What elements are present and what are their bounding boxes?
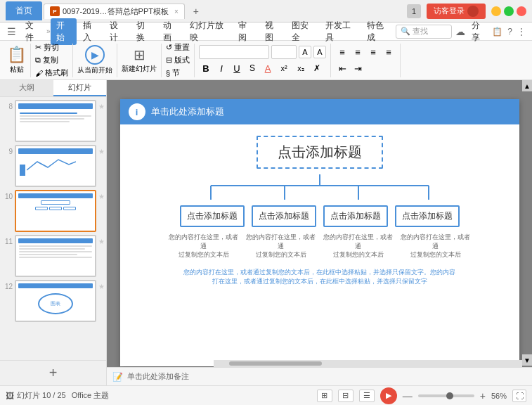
- bookmark-8[interactable]: ★: [98, 100, 105, 110]
- slides-list: 8 ★ 9: [0, 97, 106, 360]
- slide-thumb-10[interactable]: [15, 190, 96, 232]
- font-color-button[interactable]: A: [261, 61, 275, 75]
- zoom-minus-button[interactable]: —: [403, 390, 413, 401]
- scroll-up-button[interactable]: ▲: [522, 80, 532, 91]
- search-box[interactable]: 🔍 查找: [396, 25, 452, 39]
- new-slide-label[interactable]: 新建幻灯片: [122, 64, 157, 74]
- strikethrough-button[interactable]: S: [245, 61, 259, 75]
- section-button[interactable]: § 节: [166, 68, 190, 78]
- maximize-button[interactable]: [504, 6, 514, 16]
- align-left-button[interactable]: ≡: [335, 45, 349, 59]
- zoom-plus-button[interactable]: +: [480, 390, 486, 401]
- tab-insert[interactable]: 插入: [77, 18, 103, 45]
- layout-group: ↺ 重置 ⊟ 版式 § 节: [162, 44, 195, 77]
- tab-design[interactable]: 设计: [104, 18, 130, 45]
- tab-outline[interactable]: 大纲: [0, 80, 53, 96]
- horizontal-scrollbar[interactable]: [214, 360, 522, 367]
- font-name-input[interactable]: [199, 45, 269, 59]
- tab-kaishi[interactable]: 开始: [51, 18, 77, 45]
- slide-header-text: 单击此处添加标题: [151, 105, 224, 118]
- org-box-3[interactable]: 点击添加标题: [323, 205, 388, 227]
- help-icon[interactable]: ?: [505, 27, 514, 37]
- main-title-box[interactable]: 点击添加标题: [257, 136, 383, 169]
- tab-security[interactable]: 图安全: [286, 18, 319, 45]
- superscript-button[interactable]: x²: [276, 61, 292, 75]
- slide-notes-bar[interactable]: 📝 单击此处添加备注: [107, 367, 532, 385]
- bookmark-11[interactable]: ★: [98, 235, 105, 245]
- bold-button[interactable]: B: [199, 61, 213, 75]
- menu-icon[interactable]: ☰: [4, 26, 19, 37]
- add-slide-button[interactable]: +: [0, 360, 106, 385]
- slide-thumb-8[interactable]: [15, 100, 96, 142]
- align-right-button[interactable]: ≡: [366, 45, 380, 59]
- zoom-thumb[interactable]: [446, 392, 453, 399]
- close-button[interactable]: [517, 6, 526, 16]
- tab-slideshow[interactable]: 幻灯片放映: [184, 18, 232, 45]
- bookmark-9[interactable]: ★: [98, 145, 105, 155]
- zoom-slider[interactable]: [418, 394, 474, 397]
- copy-icon[interactable]: 📋: [490, 27, 505, 37]
- tab-special[interactable]: 特色成: [361, 18, 394, 45]
- bookmark-10[interactable]: ★: [98, 190, 105, 200]
- share-label[interactable]: 分享: [469, 20, 489, 44]
- align-center-button[interactable]: ≡: [351, 45, 365, 59]
- cut-button[interactable]: ✂ 剪切: [35, 42, 68, 53]
- org-box-1[interactable]: 点击添加标题: [180, 205, 245, 227]
- view-normal-button[interactable]: ⊞: [317, 390, 332, 402]
- slide-bottom-text[interactable]: 您的内容打在这里，或者通过复制您的文本后，在此框中选择粘贴，并选择只保留文字。您…: [169, 268, 469, 287]
- slide-item-11[interactable]: 11 ★: [1, 235, 105, 277]
- paste-group: 📋 粘贴: [3, 44, 31, 77]
- add-tab-button[interactable]: +: [188, 4, 205, 19]
- slide-item-12[interactable]: 12 图表 ★: [1, 280, 105, 322]
- view-grid-button[interactable]: ⊟: [338, 390, 353, 402]
- bookmark-12[interactable]: ★: [98, 280, 105, 290]
- slide-item-9[interactable]: 9 ★: [1, 145, 105, 187]
- slide-body: 点击添加标题 点击添加标题 点击添加标题 点击添加标题 点击添加标题: [120, 124, 519, 298]
- minimize-button[interactable]: [491, 6, 501, 16]
- clear-format-button[interactable]: ✗: [310, 61, 324, 75]
- tab-view[interactable]: 视图: [259, 18, 285, 45]
- sub-text-1: 您的内容打在这里，或者通过复制您的文本后: [169, 233, 239, 259]
- tab-file[interactable]: P 0097-2019…答辩总结PPT模板 ×: [44, 4, 185, 19]
- tab-slides[interactable]: 幻灯片: [53, 80, 107, 96]
- slide-thumb-9[interactable]: [15, 145, 96, 187]
- subscript-button[interactable]: x₂: [293, 61, 309, 75]
- close-tab-icon[interactable]: ×: [174, 8, 179, 15]
- notes-icon: 📝: [112, 372, 123, 382]
- copy-button[interactable]: ⧉ 复制: [35, 55, 68, 65]
- view-reading-button[interactable]: ☰: [359, 390, 375, 402]
- italic-button[interactable]: I: [214, 61, 228, 75]
- org-box-2[interactable]: 点击添加标题: [252, 205, 316, 227]
- org-box-4[interactable]: 点击添加标题: [395, 205, 460, 227]
- cut-icon: ✂: [35, 43, 41, 52]
- tab-animate[interactable]: 动画: [157, 18, 183, 45]
- login-button[interactable]: 访客登录: [427, 4, 486, 19]
- slide-num-12: 12: [1, 280, 13, 290]
- layout-button[interactable]: ⊟ 版式: [166, 55, 190, 65]
- paste-label[interactable]: 粘贴: [10, 65, 24, 75]
- font-size-increase-button[interactable]: A: [299, 46, 311, 58]
- more-icon[interactable]: ⋮: [515, 27, 528, 37]
- font-size-decrease-button[interactable]: A: [313, 46, 326, 58]
- reset-button[interactable]: ↺ 重置: [166, 42, 190, 53]
- slide-item-8[interactable]: 8 ★: [1, 100, 105, 142]
- tab-switch[interactable]: 切换: [131, 18, 157, 45]
- underline-button[interactable]: U: [230, 61, 244, 75]
- justify-button[interactable]: ≡: [382, 45, 396, 59]
- play-slideshow-button[interactable]: ▶: [380, 387, 397, 404]
- start-from-label[interactable]: 从当前开始: [77, 65, 112, 75]
- cloud-icon[interactable]: ☁: [453, 26, 468, 37]
- format-brush-button[interactable]: 🖌 格式刷: [35, 68, 68, 78]
- tab-review[interactable]: 审阅: [233, 18, 259, 45]
- expand-icon[interactable]: »: [46, 27, 51, 35]
- slide-thumb-12[interactable]: 图表: [15, 280, 96, 322]
- indent-decrease-button[interactable]: ⇤: [335, 61, 349, 75]
- indent-increase-button[interactable]: ⇥: [351, 61, 365, 75]
- tab-devtools[interactable]: 开发工具: [320, 18, 361, 45]
- fullscreen-button[interactable]: ⛶: [512, 390, 526, 402]
- slide-item-10[interactable]: 10 ★: [1, 190, 105, 232]
- file-tab[interactable]: 文件: [20, 18, 46, 45]
- scroll-down-button[interactable]: ▼: [522, 354, 532, 366]
- slide-thumb-11[interactable]: [15, 235, 96, 277]
- font-size-input[interactable]: [271, 45, 297, 59]
